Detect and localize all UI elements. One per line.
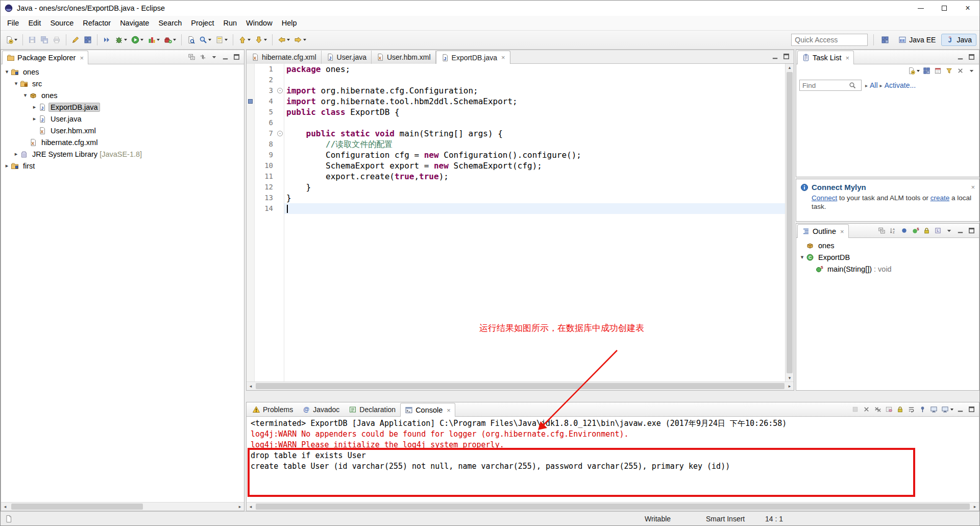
new-java-ee-artifact-button[interactable] (70, 34, 81, 45)
maximize-view-button[interactable] (967, 405, 976, 414)
dropdown-arrow-icon[interactable] (225, 39, 228, 41)
new-task-button[interactable] (907, 66, 920, 76)
next-annotation-button[interactable] (253, 34, 268, 45)
dropdown-arrow-icon[interactable] (208, 39, 211, 41)
back-button[interactable] (276, 34, 291, 45)
mylyn-link-create[interactable]: create (930, 194, 950, 202)
chevron-collapsed-icon[interactable]: ▸ (12, 151, 20, 157)
menu-item-edit[interactable]: Edit (23, 17, 45, 29)
collapse-all-button[interactable] (187, 53, 197, 62)
maximize-view-button[interactable] (782, 52, 791, 61)
chevron-expanded-icon[interactable]: ▾ (12, 80, 20, 87)
save-all-button[interactable] (39, 34, 50, 45)
view-tab-javadoc[interactable]: @Javadoc (298, 403, 344, 416)
scroll-lock-button[interactable] (896, 405, 905, 414)
categorized-presentation-button[interactable] (922, 66, 932, 76)
tree-item-ones[interactable]: ▾ones (1, 66, 244, 78)
view-menu-button[interactable] (967, 66, 976, 76)
scroll-left-icon[interactable]: ◂ (247, 504, 255, 509)
terminate-button[interactable] (851, 405, 860, 414)
menu-item-help[interactable]: Help (277, 17, 302, 29)
scroll-right-icon[interactable]: ▸ (971, 504, 979, 509)
remove-launch-button[interactable] (862, 405, 871, 414)
menu-item-source[interactable]: Source (45, 17, 78, 29)
hide-fields-button[interactable] (900, 226, 909, 235)
editor-tab-hibernate-cfg-xml[interactable]: Xhibernate.cfg.xml (247, 51, 322, 64)
expand-all-button[interactable] (877, 226, 887, 235)
delete-task-button[interactable] (956, 66, 965, 76)
maximize-view-button[interactable] (967, 53, 976, 62)
scheduled-presentation-button[interactable] (934, 66, 943, 76)
task-list-link-all[interactable]: All (870, 81, 878, 89)
vertical-scrollbar[interactable]: ▴ ▾ (785, 64, 794, 381)
minimize-view-button[interactable] (956, 226, 965, 235)
close-view-icon[interactable]: × (80, 54, 84, 62)
skip-all-breakpoints-button[interactable] (101, 34, 112, 45)
maximize-window-button[interactable] (933, 1, 956, 16)
tree-item-exportdb[interactable]: ▾CExportDB (796, 251, 979, 263)
pin-console-button[interactable] (918, 405, 927, 414)
code-line[interactable] (286, 75, 785, 85)
dropdown-arrow-icon[interactable] (173, 39, 176, 41)
dropdown-arrow-icon[interactable] (917, 70, 920, 72)
annotation-ruler[interactable] (247, 64, 255, 381)
previous-annotation-button[interactable] (237, 34, 252, 45)
link-with-editor-button[interactable] (199, 53, 208, 62)
menu-item-run[interactable]: Run (218, 17, 241, 29)
minimize-view-button[interactable] (956, 405, 965, 414)
scrollbar-track[interactable] (255, 382, 786, 390)
clear-console-button[interactable] (885, 405, 894, 414)
filter-completed-tasks-button[interactable] (945, 66, 954, 76)
dropdown-arrow-icon[interactable] (157, 39, 160, 41)
maximize-view-button[interactable] (232, 53, 241, 62)
tree-item-hibernate-cfg-xml[interactable]: Xhibernate.cfg.xml (1, 136, 244, 148)
close-view-icon[interactable]: × (447, 407, 451, 414)
close-window-button[interactable]: × (956, 1, 979, 16)
code-line[interactable] (284, 203, 785, 214)
tree-item-src[interactable]: ▾src (1, 78, 244, 89)
perspective-java-ee[interactable]: EEJava EE (894, 34, 940, 46)
code-line[interactable]: } (286, 193, 785, 203)
code-line[interactable]: } (286, 182, 785, 193)
tree-item-ones[interactable]: ▾ones (1, 89, 244, 101)
tree-item-main-string[interactable]: Smain(String[]) : void (796, 263, 979, 275)
horizontal-scrollbar[interactable]: ◂ ▸ (247, 502, 979, 511)
dropdown-arrow-icon[interactable] (140, 39, 143, 41)
scrollbar-track[interactable] (255, 503, 971, 511)
close-tab-icon[interactable]: × (501, 54, 505, 61)
code-line[interactable]: import org.hibernate.cfg.Configuration; (286, 85, 785, 96)
chevron-collapsed-icon[interactable]: ▸ (3, 162, 11, 169)
tree-item-first[interactable]: ▸first (1, 160, 244, 172)
chevron-expanded-icon[interactable]: ▾ (798, 254, 806, 260)
minimize-view-button[interactable] (221, 53, 230, 62)
scroll-right-icon[interactable]: ▸ (236, 504, 244, 509)
print-button[interactable] (51, 34, 62, 45)
view-tab-console[interactable]: Console× (400, 403, 455, 417)
open-perspective-button[interactable] (879, 34, 891, 45)
view-tab-declaration[interactable]: Declaration (344, 403, 400, 416)
fold-marker-icon[interactable]: - (276, 85, 284, 96)
scroll-left-icon[interactable]: ◂ (1, 504, 9, 509)
find-input[interactable] (802, 82, 848, 89)
horizontal-scrollbar[interactable]: ◂ ▸ (1, 502, 244, 511)
open-console-button[interactable] (941, 405, 954, 414)
code-line[interactable]: export.create(true,true); (286, 171, 785, 182)
task-list-tab[interactable]: Task List × (797, 51, 854, 64)
tree-item-ones[interactable]: ones (796, 240, 979, 251)
sort-button[interactable]: AZ (889, 226, 898, 235)
run-external-tools-button[interactable] (162, 34, 178, 45)
task-list-link-activate[interactable]: Activate... (885, 81, 916, 89)
code-line[interactable]: public class ExportDB { (286, 107, 785, 117)
quick-access-input[interactable] (791, 34, 868, 46)
code-line[interactable]: //读取文件的配置 (286, 139, 785, 150)
minimize-window-button[interactable] (909, 1, 933, 16)
code-line[interactable] (286, 117, 785, 128)
run-button[interactable] (130, 34, 145, 45)
close-notification-icon[interactable]: × (971, 183, 975, 191)
menu-item-project[interactable]: Project (186, 17, 218, 29)
dropdown-arrow-icon[interactable] (950, 409, 953, 411)
dropdown-arrow-icon[interactable] (14, 39, 17, 41)
collapse-icon[interactable]: - (277, 131, 283, 136)
tree-item-user-java[interactable]: ▸JUser.java (1, 113, 244, 125)
menu-item-window[interactable]: Window (241, 17, 277, 29)
